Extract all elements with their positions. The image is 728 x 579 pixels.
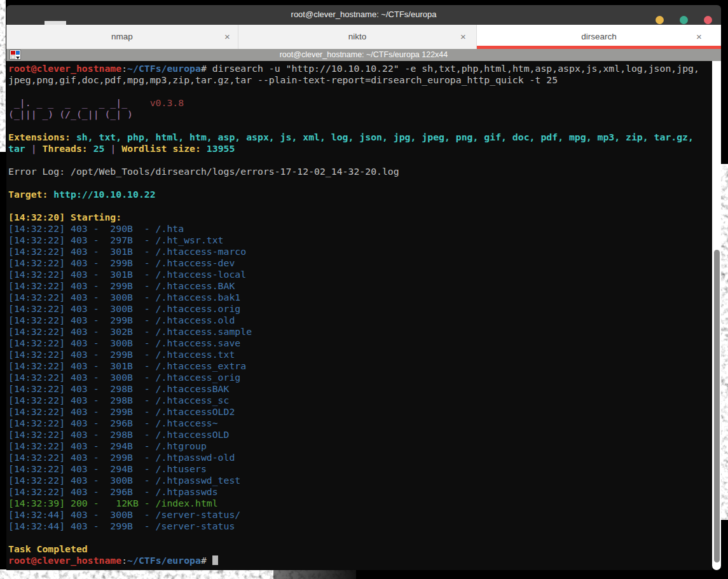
terminal-line: jpeg,png,gif,doc,pdf,mpg,mp3,zip,tar.gz,… (8, 74, 699, 86)
terminal-lines: root@clever_hostname:~/CTFs/europa# dirs… (8, 63, 699, 566)
terminal-line: [14:32:22] 403 - 300B - /.htaccess_orig (8, 372, 699, 383)
terminal-line: [14:32:22] 403 - 296B - /.htpasswds (8, 486, 699, 498)
terminal-line: [14:32:22] 403 - 299B - /.htpasswd-old (8, 452, 699, 463)
terminal-line: (_||| _) (/_(_|| (_| ) (8, 109, 699, 120)
terminal-line: Extensions: sh, txt, php, html, htm, asp… (8, 132, 699, 143)
workspace-indicator: 3 (1, 43, 6, 53)
pane-titlebar[interactable]: root@clever_hostname: ~/CTFs/europa 122x… (6, 49, 721, 61)
terminal-line: [14:32:22] 403 - 298B - /.htaccessBAK (8, 383, 699, 395)
terminal-line (8, 532, 699, 543)
terminal-line: [14:32:44] 403 - 299B - /server-status (8, 521, 699, 532)
terminal-line: [14:32:22] 403 - 302B - /.htaccess.sampl… (8, 326, 699, 337)
terminal-line: [14:32:22] 403 - 301B - /.htaccess_extra (8, 360, 699, 372)
terminal-line: Error Log: /opt/Web_Tools/dirsearch/logs… (8, 166, 699, 177)
terminal-line: [14:32:22] 403 - 300B - /.htaccess.orig (8, 303, 699, 315)
terminal-line: [14:32:22] 403 - 297B - /.ht_wsr.txt (8, 235, 699, 246)
terminal-line: [14:32:22] 403 - 300B - /.htaccess.bak1 (8, 292, 699, 303)
terminal-line: [14:32:22] 403 - 290B - /.hta (8, 223, 699, 235)
desktop: { "palette": { "titlebar_bg": "#3a3a3a",… (0, 0, 728, 579)
terminal-screen[interactable]: root@clever_hostname:~/CTFs/europa# dirs… (6, 61, 712, 570)
terminal-line: [14:32:22] 403 - 298B - /.htaccessOLD (8, 429, 699, 440)
terminal-line (8, 86, 699, 97)
window-title: root@clever_hostname: ~/CTFs/europa (6, 10, 721, 19)
terminal-line: [14:32:22] 403 - 299B - /.htaccess.BAK (8, 280, 699, 292)
terminal-line: [14:32:20] Starting: (8, 212, 699, 223)
tab-close-icon[interactable]: × (222, 31, 233, 42)
scrollbar-thumb[interactable] (714, 250, 720, 562)
terminal-line: [14:32:22] 403 - 299B - /.htaccess.txt (8, 349, 699, 360)
terminal-line: [14:32:22] 403 - 301B - /.htaccess-marco (8, 246, 699, 257)
scrollbar-track[interactable] (712, 61, 721, 570)
titlebar[interactable]: root@clever_hostname: ~/CTFs/europa (6, 5, 721, 25)
terminal-line: [14:32:22] 403 - 300B - /.htaccess.save (8, 337, 699, 349)
terminal-line: Target: http://10.10.10.22 (8, 189, 699, 200)
tab-nmap[interactable]: nmap × (6, 25, 238, 49)
tab-close-icon[interactable]: × (458, 31, 469, 42)
terminal-line: [14:32:22] 403 - 294B - /.htgroup (8, 440, 699, 452)
cursor-block (212, 555, 218, 565)
tab-close-icon[interactable]: × (694, 31, 704, 42)
tab-bar: nmap × nikto × dirsearch × (6, 25, 721, 49)
terminal-line: tar | Threads: 25 | Wordlist size: 13955 (8, 143, 699, 154)
terminal-line (8, 200, 699, 212)
terminal-line (8, 177, 699, 189)
terminal-line: [14:32:22] 403 - 300B - /.htpasswd_test (8, 475, 699, 486)
terminal-line: root@clever_hostname:~/CTFs/europa# dirs… (8, 63, 699, 74)
tab-label: nikto (238, 32, 476, 41)
terminal-line: [14:32:22] 403 - 294B - /.htusers (8, 463, 699, 475)
tab-nikto[interactable]: nikto × (238, 25, 477, 49)
terminal-line: [14:32:39] 200 - 12KB - /index.html (8, 498, 699, 509)
terminal-line: [14:32:44] 403 - 300B - /server-status/ (8, 509, 699, 521)
terminal-line: [14:32:22] 403 - 296B - /.htaccess~ (8, 418, 699, 429)
terminal-line (8, 154, 699, 166)
terminal-line: [14:32:22] 403 - 301B - /.htaccess-local (8, 269, 699, 280)
window-shadow (273, 569, 356, 579)
terminal-window: root@clever_hostname: ~/CTFs/europa nmap… (6, 5, 721, 570)
terminal-line: _|. _ _ _ _ _ _|_ v0.3.8 (8, 97, 699, 109)
wallpaper-texture (0, 0, 6, 152)
terminal-line: Task Completed (8, 543, 699, 555)
terminal-line (8, 120, 699, 132)
minimize-button[interactable] (656, 16, 664, 24)
terminal-line: [14:32:22] 403 - 299B - /.htaccess-dev (8, 257, 699, 269)
tab-label: dirsearch (477, 32, 721, 41)
maximize-button[interactable] (680, 16, 688, 24)
terminal-line: [14:32:22] 403 - 299B - /.htaccessOLD2 (8, 406, 699, 418)
close-button[interactable] (704, 16, 712, 24)
terminal-line: root@clever_hostname:~/CTFs/europa# (8, 555, 699, 566)
wallpaper-texture (721, 164, 728, 520)
terminal-line: [14:32:22] 403 - 298B - /.htaccess_sc (8, 395, 699, 406)
tab-label: nmap (6, 32, 238, 41)
terminal-line: [14:32:22] 403 - 299B - /.htaccess.old (8, 315, 699, 326)
pane-title: root@clever_hostname: ~/CTFs/europa 122x… (6, 50, 721, 59)
